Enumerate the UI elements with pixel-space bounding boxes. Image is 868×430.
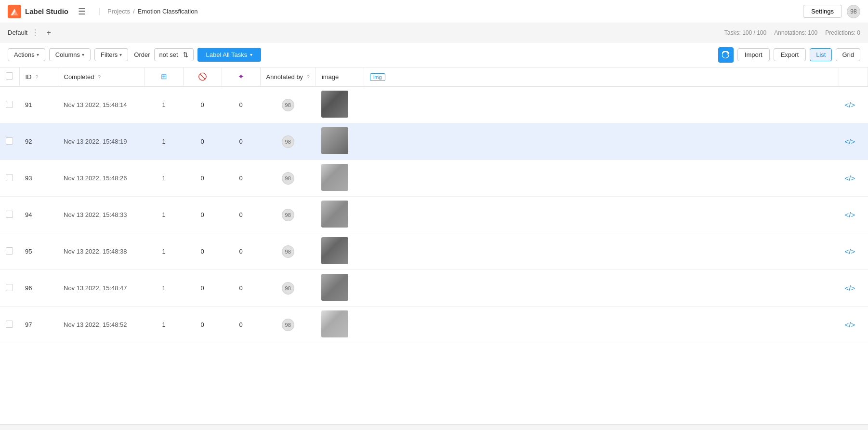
row-image-thumb[interactable] xyxy=(316,233,364,270)
row-code-action[interactable]: </> xyxy=(839,197,868,233)
row-checkbox[interactable] xyxy=(6,211,13,218)
row-cancelled-count: 0 xyxy=(222,86,260,123)
row-checkbox-cell xyxy=(0,160,19,197)
header-annotated-by-help-icon[interactable]: ? xyxy=(307,74,310,80)
code-icon[interactable]: </> xyxy=(845,321,855,329)
row-checkbox-cell xyxy=(0,233,19,270)
row-checkbox[interactable] xyxy=(6,174,13,181)
select-all-checkbox[interactable] xyxy=(6,72,13,80)
actions-arrow-icon: ▾ xyxy=(37,52,39,57)
refresh-button[interactable] xyxy=(718,47,734,63)
row-cancelled-count: 0 xyxy=(222,307,260,343)
sub-header-menu-dots[interactable]: ⋮ xyxy=(31,28,39,37)
row-annotations-count: 1 xyxy=(145,233,183,270)
row-id: 91 xyxy=(19,86,58,123)
row-id: 95 xyxy=(19,233,58,270)
row-annotated-by: 98 xyxy=(260,307,316,343)
code-icon[interactable]: </> xyxy=(845,211,855,219)
grid-view-button[interactable]: Grid xyxy=(836,48,860,61)
filters-arrow-icon: ▾ xyxy=(119,52,122,57)
code-icon[interactable]: </> xyxy=(845,284,855,292)
row-checkbox[interactable] xyxy=(6,137,13,145)
row-image-thumb[interactable] xyxy=(316,270,364,307)
row-checkbox-cell xyxy=(0,307,19,343)
row-code-action[interactable]: </> xyxy=(839,160,868,197)
row-image-thumb[interactable] xyxy=(316,86,364,123)
breadcrumb-projects[interactable]: Projects xyxy=(107,8,130,15)
table-row[interactable]: 92 Nov 13 2022, 15:48:19 1 0 0 98 </> xyxy=(0,123,868,160)
row-id: 94 xyxy=(19,197,58,233)
app-title: Label Studio xyxy=(25,7,68,15)
header-id-label: ID xyxy=(26,73,32,81)
row-img-tag-cell xyxy=(364,86,839,123)
header-checkbox-cell xyxy=(0,67,19,86)
code-icon[interactable]: </> xyxy=(845,137,855,146)
header-completed-label: Completed xyxy=(64,73,94,81)
row-completed: Nov 13 2022, 15:48:38 xyxy=(58,233,145,270)
table-row[interactable]: 94 Nov 13 2022, 15:48:33 1 0 0 98 </> xyxy=(0,197,868,233)
main-content: ID ? Completed ? ⊞ 🚫 ✦ xyxy=(0,67,868,430)
row-checkbox[interactable] xyxy=(6,284,13,291)
refresh-icon xyxy=(722,51,730,59)
order-select-button[interactable]: not set ⇅ xyxy=(154,48,194,61)
filters-button[interactable]: Filters ▾ xyxy=(94,48,128,61)
list-view-button[interactable]: List xyxy=(810,48,832,61)
table-row[interactable]: 97 Nov 13 2022, 15:48:52 1 0 0 98 </> xyxy=(0,307,868,343)
row-image-thumb[interactable] xyxy=(316,307,364,343)
row-cancelled-count: 0 xyxy=(222,197,260,233)
export-button[interactable]: Export xyxy=(774,48,806,61)
header-id-help-icon[interactable]: ? xyxy=(35,74,38,80)
menu-icon[interactable]: ☰ xyxy=(74,4,90,19)
table-row[interactable]: 91 Nov 13 2022, 15:48:14 1 0 0 98 </> xyxy=(0,86,868,123)
code-icon[interactable]: </> xyxy=(845,101,855,109)
horizontal-scrollbar[interactable] xyxy=(0,424,868,430)
header-completed-help-icon[interactable]: ? xyxy=(98,74,101,80)
row-img-tag-cell xyxy=(364,270,839,307)
row-checkbox[interactable] xyxy=(6,321,13,328)
settings-button[interactable]: Settings xyxy=(803,5,842,18)
row-completed: Nov 13 2022, 15:48:26 xyxy=(58,160,145,197)
breadcrumb-separator: / xyxy=(133,8,135,15)
row-annotated-by: 98 xyxy=(260,123,316,160)
table-row[interactable]: 95 Nov 13 2022, 15:48:38 1 0 0 98 </> xyxy=(0,233,868,270)
label-all-tasks-label: Label All Tasks xyxy=(206,51,248,58)
row-annotated-by: 98 xyxy=(260,233,316,270)
order-sort-icon: ⇅ xyxy=(183,51,188,58)
header-cancelled: ✦ xyxy=(222,67,260,86)
row-checkbox[interactable] xyxy=(6,101,13,108)
row-predictions-count: 0 xyxy=(183,86,222,123)
row-checkbox[interactable] xyxy=(6,247,13,255)
row-completed: Nov 13 2022, 15:48:47 xyxy=(58,270,145,307)
row-image-thumb[interactable] xyxy=(316,197,364,233)
row-checkbox-cell xyxy=(0,123,19,160)
code-icon[interactable]: </> xyxy=(845,247,855,255)
row-image-thumb[interactable] xyxy=(316,160,364,197)
label-all-tasks-button[interactable]: Label All Tasks ▾ xyxy=(197,48,262,62)
row-img-tag-cell xyxy=(364,123,839,160)
row-code-action[interactable]: </> xyxy=(839,307,868,343)
add-view-button[interactable]: + xyxy=(43,27,54,39)
table-row[interactable]: 93 Nov 13 2022, 15:48:26 1 0 0 98 </> xyxy=(0,160,868,197)
row-code-action[interactable]: </> xyxy=(839,270,868,307)
face-thumbnail xyxy=(321,127,348,154)
tasks-table-container[interactable]: ID ? Completed ? ⊞ 🚫 ✦ xyxy=(0,67,868,424)
row-predictions-count: 0 xyxy=(183,270,222,307)
annotations-col-icon: ⊞ xyxy=(161,72,167,81)
row-code-action[interactable]: </> xyxy=(839,86,868,123)
user-avatar[interactable]: 98 xyxy=(847,5,860,18)
row-code-action[interactable]: </> xyxy=(839,123,868,160)
face-thumbnail xyxy=(321,310,348,337)
row-predictions-count: 0 xyxy=(183,160,222,197)
row-image-thumb[interactable] xyxy=(316,123,364,160)
row-annotated-by: 98 xyxy=(260,160,316,197)
header-img-tag: img xyxy=(364,67,839,86)
annotator-badge: 98 xyxy=(282,172,294,185)
actions-button[interactable]: Actions ▾ xyxy=(8,48,45,61)
row-code-action[interactable]: </> xyxy=(839,233,868,270)
table-row[interactable]: 96 Nov 13 2022, 15:48:47 1 0 0 98 </> xyxy=(0,270,868,307)
import-button[interactable]: Import xyxy=(737,48,770,61)
row-img-tag-cell xyxy=(364,197,839,233)
app-logo[interactable]: Label Studio xyxy=(8,5,68,18)
columns-button[interactable]: Columns ▾ xyxy=(49,48,91,61)
code-icon[interactable]: </> xyxy=(845,174,855,182)
